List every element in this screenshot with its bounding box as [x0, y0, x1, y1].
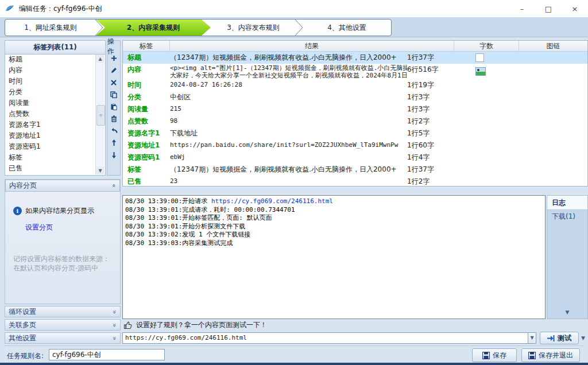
column-header-result[interactable]: 结果	[170, 41, 454, 51]
row-result: 215	[170, 103, 407, 115]
column-header-imagelink[interactable]: 图链	[519, 41, 587, 51]
row-result: 下载地址	[170, 127, 407, 139]
log-side-tabs: 日志 下载(1) ▼	[547, 195, 588, 319]
tab-url-rules[interactable]: 1、网址采集规则	[5, 20, 96, 36]
table-row[interactable]: 点赞数 98 1行2字	[123, 115, 587, 127]
test-button[interactable]: 测试	[540, 332, 579, 344]
tag-list-scrollbar[interactable]: ▲ ≡ ▼	[95, 55, 105, 174]
thumbs-up-icon	[123, 321, 132, 329]
tag-list-item[interactable]: 分类	[5, 87, 96, 98]
delete-icon[interactable]	[107, 76, 120, 88]
table-row[interactable]: 标签 （12347期）短视频掘金，刷刷视频就有收益.小白无脑操作，日入2000+…	[123, 164, 587, 176]
tag-list-item[interactable]: 已售	[5, 163, 96, 174]
tag-list-item[interactable]: 点赞数	[5, 108, 96, 119]
image-thumbnail-icon[interactable]	[475, 67, 486, 76]
scroll-down-icon[interactable]: ▼	[96, 166, 105, 174]
row-result: https://pan.baidu.com/share/init?surl=ZO…	[170, 139, 407, 152]
tab-publish-rules[interactable]: 3、内容发布规则	[213, 20, 293, 36]
row-count: 1行4字	[407, 152, 472, 164]
other-settings-panel-header[interactable]: 其他设置»	[5, 332, 121, 344]
caret-down-icon[interactable]: ▼	[547, 309, 587, 315]
row-imagelink	[472, 79, 540, 91]
save-button[interactable]: 保存	[472, 348, 517, 362]
tag-list-item[interactable]: 标签	[5, 152, 96, 163]
scroll-up-icon[interactable]: ▲	[96, 55, 105, 63]
row-count: 1行2字	[407, 176, 472, 187]
minimize-button[interactable]: –	[509, 0, 535, 17]
app-window: 编辑任务：cyf-fg696-中创 – □ × 1、网址采集规则 2、内容采集规…	[0, 0, 588, 365]
tag-list-item[interactable]: 内容	[5, 65, 96, 76]
log-line: 08/30 13:39:01:完成请求，耗时: 00:00:00.7344701	[125, 206, 543, 215]
setup-pagination-link[interactable]: 设置分页	[25, 223, 53, 232]
row-imagelink	[472, 152, 540, 164]
pagination-panel-title: 内容分页	[9, 181, 37, 191]
table-row[interactable]: 内容 <p><img alt="图片[1]-（12347期）短视频掘金，刷刷视频…	[123, 64, 587, 79]
move-down-icon[interactable]	[107, 149, 120, 161]
footer-separator	[5, 345, 583, 346]
table-row[interactable]: 资源密码1 ebWj 1行4字	[123, 152, 587, 164]
scrollbar-thumb[interactable]: ≡	[96, 105, 105, 126]
ops-header: 操作	[107, 41, 120, 52]
pagination-info-row: i 如果内容结果分页显示	[13, 206, 94, 216]
tab-other-settings[interactable]: 4、其他设置	[304, 20, 390, 36]
tag-list-item[interactable]: 时间	[5, 76, 96, 87]
wizard-tab-bar: 1、网址采集规则 2、内容采集规则 3、内容发布规则 4、其他设置	[0, 17, 588, 37]
collapse-up-icon[interactable]: «	[110, 184, 118, 188]
url-dropdown-icon[interactable]: ▼	[528, 332, 536, 344]
tab-content-rules[interactable]: 2、内容采集规则	[96, 20, 211, 36]
close-button[interactable]: ×	[562, 0, 588, 17]
tag-list-item[interactable]: 资源名字1	[5, 119, 96, 130]
rule-name-input[interactable]: cyf-fg696-中创	[49, 349, 165, 360]
table-row[interactable]: 阅读量 215 1行3字	[123, 103, 587, 115]
copy-icon[interactable]	[107, 88, 120, 100]
row-result: （12347期）短视频掘金，刷刷视频就有收益.小白无脑操作，日入2000+	[170, 164, 407, 176]
tab-download[interactable]: 下载(1)	[547, 210, 587, 223]
trash-icon[interactable]	[107, 112, 120, 125]
pagination-note-line2: 在默认页和内容分页-源码中	[13, 263, 110, 273]
save-and-exit-button[interactable]: 保存并退出	[521, 348, 580, 362]
test-url-input[interactable]: https://cy.fg069.com/246116.html	[122, 332, 528, 344]
pagination-note: 记得设置内容标签的数据来源： 在默认页和内容分页-源码中	[13, 254, 110, 273]
tab-log[interactable]: 日志	[547, 196, 587, 210]
table-row[interactable]: 资源地址1 https://pan.baidu.com/share/init?s…	[123, 139, 587, 152]
tag-list-item[interactable]: 阅读量	[5, 98, 96, 108]
log-line: 08/30 13:39:02:发现 1 个文件下载链接	[125, 231, 543, 239]
table-row[interactable]: 时间 2024-08-27 16:26:28 1行19字	[123, 79, 587, 91]
pagination-info-text: 如果内容结果分页显示	[25, 206, 94, 216]
column-header-count[interactable]: 字数	[454, 41, 519, 51]
loop-settings-panel-header[interactable]: 循环设置»	[5, 306, 121, 317]
result-table: 标签 结果 字数 图链 标题 （12347期）短视频掘金，刷刷视频就有收益.小白…	[122, 40, 588, 187]
row-result: <p><img alt="图片[1]-（12347期）短视频掘金，刷刷视频就有收…	[170, 64, 407, 79]
tab-chevron-separator	[295, 20, 304, 36]
table-row[interactable]: 分类 中创区 1行3字	[123, 91, 587, 103]
pagination-panel-header[interactable]: 内容分页 «	[5, 180, 120, 192]
related-pages-panel-header[interactable]: 关联多页»	[5, 319, 121, 331]
test-hint-row: 设置好了规则？拿一个内容页面测试一下！	[123, 320, 267, 330]
pagination-note-line1: 记得设置内容标签的数据来源：	[13, 254, 110, 263]
column-header-tag[interactable]: 标签	[123, 41, 170, 51]
row-tag: 阅读量	[123, 103, 170, 115]
edit-icon[interactable]	[107, 64, 120, 76]
save-exit-button-label: 保存并退出	[539, 351, 573, 360]
table-row[interactable]: 资源名字1 下载地址 1行5字	[123, 127, 587, 139]
row-result: （12347期）短视频掘金，刷刷视频就有收益.小白无脑操作，日入2000+	[170, 52, 407, 64]
paste-icon[interactable]	[107, 100, 120, 112]
tag-list-item[interactable]: 标题	[5, 54, 96, 65]
tag-list: 标题 内容 时间 分类 阅读量 点赞数 资源名字1 资源地址1 资源密码1 标签…	[5, 54, 96, 175]
test-button-label: 测试	[558, 333, 571, 343]
table-row[interactable]: 已售 23 1行2字	[123, 176, 587, 187]
log-output[interactable]: 08/30 13:39:00:开始请求 https://cy.fg069.com…	[122, 195, 546, 319]
tag-list-item[interactable]: 资源地址1	[5, 130, 96, 141]
log-line: 08/30 13:39:01:开始分析探测文件下载	[125, 223, 543, 231]
title-bar: 编辑任务：cyf-fg696-中创 – □ ×	[0, 0, 588, 17]
floppy-icon	[482, 352, 490, 359]
table-row[interactable]: 标题 （12347期）短视频掘金，刷刷视频就有收益.小白无脑操作，日入2000+…	[123, 52, 587, 64]
move-up-icon[interactable]	[107, 137, 120, 149]
test-dropdown-icon[interactable]: ▼	[581, 335, 585, 341]
row-imagelink	[472, 103, 540, 115]
maximize-button[interactable]: □	[535, 0, 562, 17]
tag-list-item[interactable]: 资源密码1	[5, 141, 96, 152]
row-count: 1行5字	[407, 127, 472, 139]
undo-icon[interactable]	[107, 125, 120, 137]
log-request-link[interactable]: https://cy.fg069.com/246116.html	[211, 197, 333, 205]
